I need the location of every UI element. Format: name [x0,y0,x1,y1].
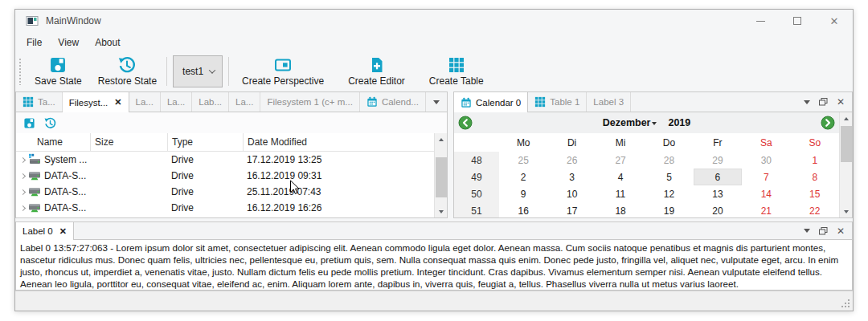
calendar-day[interactable]: 27 [596,152,645,169]
tab-label-b[interactable]: La... [161,92,192,112]
dock-float-icon[interactable] [819,227,828,235]
calendar-day-selected[interactable]: 6 [694,169,742,185]
calendar-day[interactable]: 18 [596,202,645,218]
maximize-button[interactable] [779,10,816,32]
calendar-day[interactable]: 15 [791,185,839,202]
file-row[interactable]: System ... Drive 17.12.2019 13:25 [16,152,434,168]
dock-menu-icon[interactable] [804,100,810,104]
tab-calendar[interactable]: Calend... [360,92,426,112]
toolbar-separator [166,57,167,86]
restore-state-button[interactable]: Restore State [92,53,163,90]
tab-filesystem-active[interactable]: Filesyst... ✕ [63,92,129,112]
prev-month-button[interactable] [458,116,473,130]
next-month-button[interactable] [821,116,835,130]
scroll-down-icon[interactable] [840,205,853,217]
tab-label-3[interactable]: Label 3 [587,92,631,112]
calendar-day[interactable]: 19 [645,202,693,218]
menu-view[interactable]: View [50,34,87,51]
calendar-day[interactable]: 21 [742,202,790,218]
calendar-day[interactable]: 22 [791,202,839,218]
year-button[interactable]: 2019 [668,117,690,128]
calendar-day[interactable]: 30 [742,152,790,169]
menu-bar: File View About [15,32,853,53]
calendar-day[interactable]: 17 [547,202,596,218]
calendar-day[interactable]: 25 [499,152,547,169]
dock-close-icon[interactable]: ✕ [837,97,845,107]
toolbar-separator [228,57,229,86]
calendar-day[interactable]: 16 [499,202,547,218]
calendar-day[interactable]: 9 [499,185,547,202]
scroll-up-icon[interactable] [435,133,448,145]
dock-menu-icon[interactable] [433,100,440,104]
close-button[interactable]: ✕ [816,10,853,32]
expand-chevron-icon[interactable] [20,205,26,210]
calendar-day[interactable]: 11 [596,185,645,202]
column-header-date[interactable]: Date Modified [243,133,434,151]
tab-filesystem-1[interactable]: Filesystem 1 (c+ m... [260,92,359,112]
month-button[interactable]: Dezember [603,117,657,128]
dock-float-icon[interactable] [819,98,828,106]
file-row[interactable]: DATA-S... Drive 16.12.2019 09:31 [16,168,434,184]
create-table-button[interactable]: Create Table [423,53,490,90]
column-header-name[interactable]: Name [16,133,90,151]
vertical-scrollbar[interactable] [434,133,447,217]
calendar-day[interactable]: 1 [791,152,839,169]
calendar-day[interactable]: 7 [742,169,790,185]
tab-label-d[interactable]: La... [229,92,260,112]
create-editor-button[interactable]: Create Editor [342,53,411,90]
tab-close-icon[interactable]: ✕ [59,226,67,237]
filesystem-toolbar [16,112,447,133]
history-icon[interactable] [44,117,56,129]
scrollbar-thumb[interactable] [436,157,447,197]
expand-chevron-icon[interactable] [20,156,26,162]
calendar-day[interactable]: 26 [547,152,596,169]
vertical-scrollbar[interactable] [839,112,852,217]
scroll-up-icon[interactable] [840,112,853,124]
calendar-day[interactable]: 20 [694,202,742,218]
minimize-button[interactable] [742,10,779,32]
calendar-day[interactable]: 4 [596,169,645,185]
calendar-day[interactable]: 29 [694,152,742,169]
calendar-day[interactable]: 2 [499,169,547,185]
tab-table-0[interactable]: Ta... [16,92,63,112]
log-label: Label 0 13:57:27:063 - Lorem ipsum dolor… [16,240,852,290]
file-row[interactable]: DATA-S... Drive 16.12.2019 16:26 [16,200,434,216]
menu-file[interactable]: File [18,34,50,51]
calendar-icon [366,96,378,108]
calendar-day[interactable]: 13 [694,185,742,202]
file-row[interactable]: DATA-S... Drive 25.11.2019 07:43 [16,184,434,200]
tab-close-icon[interactable]: ✕ [114,97,121,108]
menu-about[interactable]: About [87,34,128,51]
title-bar[interactable]: MainWindow ✕ [15,10,853,32]
toolbar-drag-handle[interactable] [18,58,23,85]
tab-label-0[interactable]: Label 0 ✕ [16,222,74,240]
dock-close-icon[interactable]: ✕ [837,226,845,236]
calendar-day[interactable]: 3 [547,169,596,185]
calendar-day[interactable]: 12 [645,185,693,202]
save-state-button[interactable]: Save State [28,53,88,90]
calendar-day[interactable]: 28 [645,152,693,169]
chevron-down-icon [209,67,215,73]
expand-chevron-icon[interactable] [20,173,26,178]
expand-chevron-icon[interactable] [20,189,26,194]
tab-calendar-0[interactable]: Calendar 0 [454,92,528,112]
minimize-icon [756,21,765,22]
tab-label-c[interactable]: Lab... [192,92,229,112]
column-header-type[interactable]: Type [167,133,243,151]
create-perspective-button[interactable]: Create Perspective [235,53,330,90]
calendar-day[interactable]: 10 [547,185,596,202]
save-icon[interactable] [23,117,35,129]
tab-table-1[interactable]: Table 1 [528,92,587,112]
resize-grip[interactable] [848,306,850,307]
scroll-down-icon[interactable] [435,205,448,217]
scrollbar-thumb[interactable] [841,126,852,162]
tab-label-a[interactable]: La... [129,92,161,112]
dock-menu-icon[interactable] [804,229,810,233]
column-header-size[interactable]: Size [90,133,167,151]
close-icon: ✕ [830,16,839,26]
filesystem-dock: Ta... Filesyst... ✕ La... La... Lab... L… [15,91,448,218]
calendar-day[interactable]: 14 [742,185,790,202]
calendar-day[interactable]: 8 [791,169,839,185]
perspective-combo[interactable]: test1 [173,55,223,87]
calendar-day[interactable]: 5 [645,169,693,185]
